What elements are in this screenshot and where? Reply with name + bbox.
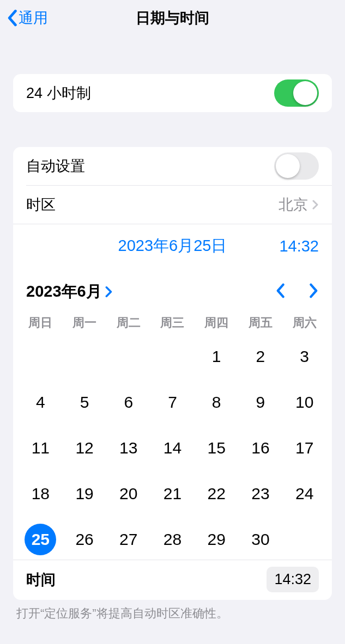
calendar-grid: 1234567891011121314151617181920212223242… <box>13 335 332 560</box>
calendar-day[interactable]: 2 <box>239 341 283 372</box>
calendar-day[interactable]: 17 <box>282 432 326 464</box>
calendar-dow-label: 周二 <box>106 315 150 331</box>
prev-month-button[interactable] <box>275 283 285 300</box>
row-time: 时间 14:32 <box>13 560 332 600</box>
calendar-dow-label: 周四 <box>195 315 239 331</box>
calendar-day[interactable]: 24 <box>282 478 326 510</box>
calendar-day[interactable]: 27 <box>106 524 150 555</box>
row-timezone-right: 北京 <box>279 195 319 214</box>
row-auto-set: 自动设置 <box>13 147 332 185</box>
calendar-day[interactable]: 21 <box>150 478 195 510</box>
back-button[interactable]: 通用 <box>0 8 48 28</box>
calendar-day[interactable]: 20 <box>106 478 150 510</box>
calendar-dow-label: 周六 <box>282 315 326 331</box>
row-time-label: 时间 <box>26 570 56 590</box>
calendar-day[interactable]: 6 <box>106 387 150 418</box>
row-24h-label: 24 小时制 <box>26 83 91 103</box>
calendar-day[interactable]: 9 <box>239 387 283 418</box>
row-timezone-label: 时区 <box>26 195 56 214</box>
calendar-dow-label: 周一 <box>63 315 107 331</box>
selected-time[interactable]: 14:32 <box>253 237 319 255</box>
calendar-day[interactable]: 28 <box>150 524 195 555</box>
calendar-dow-label: 周五 <box>239 315 283 331</box>
calendar-day[interactable]: 26 <box>63 524 107 555</box>
calendar-day[interactable]: 14 <box>150 432 195 464</box>
calendar-day[interactable]: 23 <box>239 478 283 510</box>
page-title: 日期与时间 <box>0 8 345 28</box>
calendar-day[interactable]: 11 <box>19 432 63 464</box>
calendar-day-of-week-row: 周日周一周二周三周四周五周六 <box>13 307 332 335</box>
group-24h: 24 小时制 <box>13 74 332 112</box>
calendar-day[interactable]: 25 <box>19 524 63 555</box>
chevron-left-icon <box>7 9 17 27</box>
calendar-day[interactable]: 16 <box>239 432 283 464</box>
calendar-day-empty <box>19 341 63 372</box>
row-auto-set-label: 自动设置 <box>26 156 85 176</box>
calendar-day[interactable]: 8 <box>195 387 239 418</box>
switch-24h[interactable] <box>274 79 319 107</box>
calendar-nav <box>275 283 319 300</box>
calendar-day[interactable]: 10 <box>282 387 326 418</box>
calendar-day-empty <box>63 341 107 372</box>
calendar-dow-label: 周日 <box>19 315 63 331</box>
chevron-left-icon <box>275 283 285 298</box>
calendar-header: 2023年6月 <box>13 268 332 307</box>
calendar-day[interactable]: 30 <box>239 524 283 555</box>
calendar-day[interactable]: 18 <box>19 478 63 510</box>
calendar-day[interactable]: 7 <box>150 387 195 418</box>
calendar-day[interactable]: 1 <box>195 341 239 372</box>
footer-note: 打开“定位服务”将提高自动时区准确性。 <box>0 600 345 627</box>
nav-bar: 通用 日期与时间 <box>0 0 345 36</box>
selected-date-time-row: 2023年6月25日 14:32 <box>13 224 332 268</box>
calendar-day[interactable]: 3 <box>282 341 326 372</box>
calendar-day[interactable]: 12 <box>63 432 107 464</box>
calendar-dow-label: 周三 <box>150 315 195 331</box>
switch-auto-set[interactable] <box>274 152 319 180</box>
chevron-right-icon <box>105 286 113 298</box>
calendar-day[interactable]: 19 <box>63 478 107 510</box>
calendar-day[interactable]: 13 <box>106 432 150 464</box>
selected-date[interactable]: 2023年6月25日 <box>92 235 253 257</box>
calendar-day[interactable]: 5 <box>63 387 107 418</box>
calendar-day-empty <box>106 341 150 372</box>
next-month-button[interactable] <box>309 283 319 300</box>
time-picker-button[interactable]: 14:32 <box>267 567 319 592</box>
calendar-day-empty <box>150 341 195 372</box>
chevron-right-icon <box>309 283 319 298</box>
row-24h: 24 小时制 <box>13 74 332 112</box>
calendar-month-title: 2023年6月 <box>26 281 102 303</box>
calendar-day[interactable]: 4 <box>19 387 63 418</box>
chevron-right-icon <box>312 200 319 210</box>
group-datetime: 自动设置 时区 北京 2023年6月25日 14:32 2023年6月 周日周一… <box>13 147 332 600</box>
calendar-day[interactable]: 22 <box>195 478 239 510</box>
calendar-month-button[interactable]: 2023年6月 <box>26 281 113 303</box>
calendar-day[interactable]: 15 <box>195 432 239 464</box>
row-timezone[interactable]: 时区 北京 <box>13 186 332 224</box>
row-timezone-value: 北京 <box>279 195 308 214</box>
back-label: 通用 <box>19 8 48 28</box>
calendar-day[interactable]: 29 <box>195 524 239 555</box>
